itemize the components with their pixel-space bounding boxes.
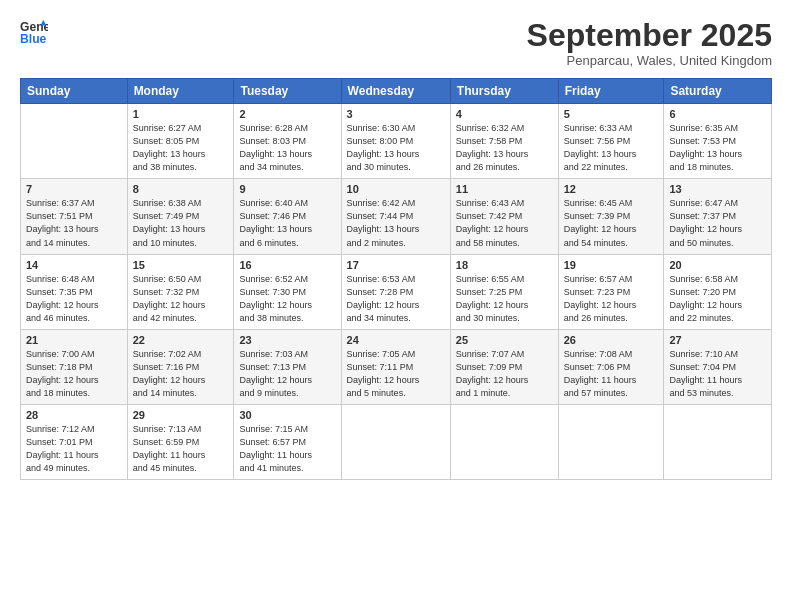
day-number: 19 (564, 259, 659, 271)
day-number: 22 (133, 334, 229, 346)
col-thursday: Thursday (450, 79, 558, 104)
table-cell: 25Sunrise: 7:07 AM Sunset: 7:09 PM Dayli… (450, 329, 558, 404)
day-number: 12 (564, 183, 659, 195)
table-cell (21, 104, 128, 179)
cell-content: Sunrise: 6:43 AM Sunset: 7:42 PM Dayligh… (456, 197, 553, 249)
table-cell: 20Sunrise: 6:58 AM Sunset: 7:20 PM Dayli… (664, 254, 772, 329)
calendar-table: Sunday Monday Tuesday Wednesday Thursday… (20, 78, 772, 480)
table-cell (664, 404, 772, 479)
calendar-week-row: 1Sunrise: 6:27 AM Sunset: 8:05 PM Daylig… (21, 104, 772, 179)
cell-content: Sunrise: 6:57 AM Sunset: 7:23 PM Dayligh… (564, 273, 659, 325)
day-number: 27 (669, 334, 766, 346)
day-number: 4 (456, 108, 553, 120)
day-number: 3 (347, 108, 445, 120)
cell-content: Sunrise: 7:02 AM Sunset: 7:16 PM Dayligh… (133, 348, 229, 400)
col-wednesday: Wednesday (341, 79, 450, 104)
table-cell: 3Sunrise: 6:30 AM Sunset: 8:00 PM Daylig… (341, 104, 450, 179)
col-tuesday: Tuesday (234, 79, 341, 104)
cell-content: Sunrise: 7:07 AM Sunset: 7:09 PM Dayligh… (456, 348, 553, 400)
location: Penparcau, Wales, United Kingdom (527, 53, 772, 68)
table-cell: 14Sunrise: 6:48 AM Sunset: 7:35 PM Dayli… (21, 254, 128, 329)
cell-content: Sunrise: 7:08 AM Sunset: 7:06 PM Dayligh… (564, 348, 659, 400)
cell-content: Sunrise: 6:28 AM Sunset: 8:03 PM Dayligh… (239, 122, 335, 174)
table-cell (450, 404, 558, 479)
day-number: 15 (133, 259, 229, 271)
logo-icon: General Blue (20, 18, 48, 46)
table-cell: 17Sunrise: 6:53 AM Sunset: 7:28 PM Dayli… (341, 254, 450, 329)
table-cell: 7Sunrise: 6:37 AM Sunset: 7:51 PM Daylig… (21, 179, 128, 254)
month-title: September 2025 (527, 18, 772, 53)
day-number: 20 (669, 259, 766, 271)
cell-content: Sunrise: 7:15 AM Sunset: 6:57 PM Dayligh… (239, 423, 335, 475)
header: General Blue September 2025 Penparcau, W… (20, 18, 772, 68)
cell-content: Sunrise: 6:47 AM Sunset: 7:37 PM Dayligh… (669, 197, 766, 249)
cell-content: Sunrise: 7:10 AM Sunset: 7:04 PM Dayligh… (669, 348, 766, 400)
cell-content: Sunrise: 6:35 AM Sunset: 7:53 PM Dayligh… (669, 122, 766, 174)
cell-content: Sunrise: 7:00 AM Sunset: 7:18 PM Dayligh… (26, 348, 122, 400)
col-sunday: Sunday (21, 79, 128, 104)
calendar-week-row: 7Sunrise: 6:37 AM Sunset: 7:51 PM Daylig… (21, 179, 772, 254)
day-number: 17 (347, 259, 445, 271)
cell-content: Sunrise: 6:48 AM Sunset: 7:35 PM Dayligh… (26, 273, 122, 325)
day-number: 7 (26, 183, 122, 195)
table-cell: 19Sunrise: 6:57 AM Sunset: 7:23 PM Dayli… (558, 254, 664, 329)
day-number: 1 (133, 108, 229, 120)
cell-content: Sunrise: 6:58 AM Sunset: 7:20 PM Dayligh… (669, 273, 766, 325)
table-cell: 9Sunrise: 6:40 AM Sunset: 7:46 PM Daylig… (234, 179, 341, 254)
table-cell: 15Sunrise: 6:50 AM Sunset: 7:32 PM Dayli… (127, 254, 234, 329)
day-number: 5 (564, 108, 659, 120)
cell-content: Sunrise: 7:03 AM Sunset: 7:13 PM Dayligh… (239, 348, 335, 400)
table-cell: 16Sunrise: 6:52 AM Sunset: 7:30 PM Dayli… (234, 254, 341, 329)
table-cell: 28Sunrise: 7:12 AM Sunset: 7:01 PM Dayli… (21, 404, 128, 479)
table-cell: 23Sunrise: 7:03 AM Sunset: 7:13 PM Dayli… (234, 329, 341, 404)
table-cell: 6Sunrise: 6:35 AM Sunset: 7:53 PM Daylig… (664, 104, 772, 179)
calendar-week-row: 14Sunrise: 6:48 AM Sunset: 7:35 PM Dayli… (21, 254, 772, 329)
cell-content: Sunrise: 6:50 AM Sunset: 7:32 PM Dayligh… (133, 273, 229, 325)
day-number: 25 (456, 334, 553, 346)
cell-content: Sunrise: 6:55 AM Sunset: 7:25 PM Dayligh… (456, 273, 553, 325)
cell-content: Sunrise: 6:37 AM Sunset: 7:51 PM Dayligh… (26, 197, 122, 249)
table-cell (341, 404, 450, 479)
day-number: 26 (564, 334, 659, 346)
day-number: 24 (347, 334, 445, 346)
col-friday: Friday (558, 79, 664, 104)
day-number: 11 (456, 183, 553, 195)
cell-content: Sunrise: 6:52 AM Sunset: 7:30 PM Dayligh… (239, 273, 335, 325)
day-number: 21 (26, 334, 122, 346)
svg-text:Blue: Blue (20, 32, 47, 46)
table-cell: 5Sunrise: 6:33 AM Sunset: 7:56 PM Daylig… (558, 104, 664, 179)
table-cell: 22Sunrise: 7:02 AM Sunset: 7:16 PM Dayli… (127, 329, 234, 404)
calendar-week-row: 21Sunrise: 7:00 AM Sunset: 7:18 PM Dayli… (21, 329, 772, 404)
table-cell: 29Sunrise: 7:13 AM Sunset: 6:59 PM Dayli… (127, 404, 234, 479)
day-number: 2 (239, 108, 335, 120)
cell-content: Sunrise: 6:53 AM Sunset: 7:28 PM Dayligh… (347, 273, 445, 325)
table-cell: 10Sunrise: 6:42 AM Sunset: 7:44 PM Dayli… (341, 179, 450, 254)
day-number: 29 (133, 409, 229, 421)
calendar-week-row: 28Sunrise: 7:12 AM Sunset: 7:01 PM Dayli… (21, 404, 772, 479)
table-cell: 21Sunrise: 7:00 AM Sunset: 7:18 PM Dayli… (21, 329, 128, 404)
day-number: 13 (669, 183, 766, 195)
day-number: 18 (456, 259, 553, 271)
cell-content: Sunrise: 7:13 AM Sunset: 6:59 PM Dayligh… (133, 423, 229, 475)
col-saturday: Saturday (664, 79, 772, 104)
day-number: 9 (239, 183, 335, 195)
table-cell: 11Sunrise: 6:43 AM Sunset: 7:42 PM Dayli… (450, 179, 558, 254)
day-number: 8 (133, 183, 229, 195)
table-cell: 12Sunrise: 6:45 AM Sunset: 7:39 PM Dayli… (558, 179, 664, 254)
table-cell: 2Sunrise: 6:28 AM Sunset: 8:03 PM Daylig… (234, 104, 341, 179)
cell-content: Sunrise: 6:38 AM Sunset: 7:49 PM Dayligh… (133, 197, 229, 249)
table-cell: 27Sunrise: 7:10 AM Sunset: 7:04 PM Dayli… (664, 329, 772, 404)
table-cell: 30Sunrise: 7:15 AM Sunset: 6:57 PM Dayli… (234, 404, 341, 479)
day-number: 6 (669, 108, 766, 120)
table-cell: 18Sunrise: 6:55 AM Sunset: 7:25 PM Dayli… (450, 254, 558, 329)
table-cell: 26Sunrise: 7:08 AM Sunset: 7:06 PM Dayli… (558, 329, 664, 404)
day-number: 28 (26, 409, 122, 421)
day-number: 16 (239, 259, 335, 271)
day-number: 23 (239, 334, 335, 346)
logo: General Blue (20, 18, 48, 46)
table-cell: 13Sunrise: 6:47 AM Sunset: 7:37 PM Dayli… (664, 179, 772, 254)
cell-content: Sunrise: 6:32 AM Sunset: 7:58 PM Dayligh… (456, 122, 553, 174)
day-number: 30 (239, 409, 335, 421)
col-monday: Monday (127, 79, 234, 104)
calendar-header-row: Sunday Monday Tuesday Wednesday Thursday… (21, 79, 772, 104)
